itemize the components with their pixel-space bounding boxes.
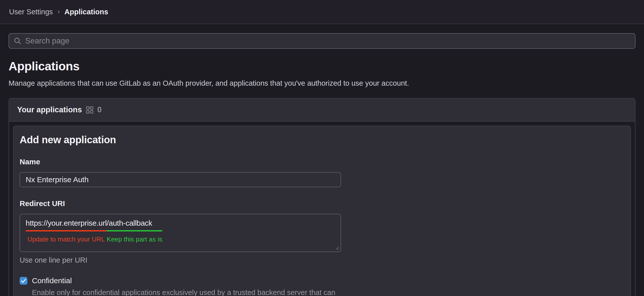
uri-green-segment: /auth-callback Keep this part as is [107,218,162,243]
search-bar[interactable] [9,33,635,49]
search-input[interactable] [25,34,630,48]
add-new-application-title: Add new application [20,134,623,145]
breadcrumb-user-settings[interactable]: User Settings [9,8,53,16]
your-applications-title: Your applications [17,105,82,114]
add-new-application-card: Add new application Name Redirect URI ht… [13,126,631,296]
redirect-uri-label: Redirect URI [20,199,623,208]
applications-count-badge: 0 [97,105,102,114]
breadcrumb-separator-icon: › [57,8,60,15]
your-applications-body: Add new application Name Redirect URI ht… [9,122,635,296]
uri-red-segment: https://your.enterprise.url Update to ma… [26,218,107,243]
top-bar: User Settings › Applications [0,0,644,24]
search-icon [14,37,22,45]
red-underline [26,230,107,231]
uri-red-text: https://your.enterprise.url [26,218,107,228]
page-description: Manage applications that can use GitLab … [9,79,635,87]
green-underline [107,230,162,231]
name-label: Name [20,158,623,166]
your-applications-panel: Your applications 0 Add new application … [9,98,635,296]
page-content: Applications Manage applications that ca… [0,33,644,296]
page-title: Applications [9,59,635,73]
uri-green-text: /auth-callback [107,218,152,228]
textarea-resize-grip[interactable] [335,246,339,250]
applications-grid-icon [86,106,94,114]
red-annotation: Update to match your URL [27,235,105,243]
your-applications-header: Your applications 0 [9,98,635,122]
redirect-uri-value: https://your.enterprise.url Update to ma… [26,218,341,243]
confidential-checkbox[interactable] [20,277,27,285]
confidential-label[interactable]: Confidential [32,276,72,285]
name-input[interactable] [20,172,341,187]
confidential-checkbox-row[interactable]: Confidential [20,276,623,285]
redirect-uri-textarea[interactable]: https://your.enterprise.url Update to ma… [20,214,341,252]
breadcrumb: User Settings › Applications [9,8,108,16]
redirect-uri-help: Use one line per URI [20,256,623,264]
green-annotation: Keep this part as is [107,235,162,243]
breadcrumb-applications: Applications [64,8,108,16]
confidential-help: Enable only for confidential application… [32,287,343,296]
checkmark-icon [21,279,26,283]
